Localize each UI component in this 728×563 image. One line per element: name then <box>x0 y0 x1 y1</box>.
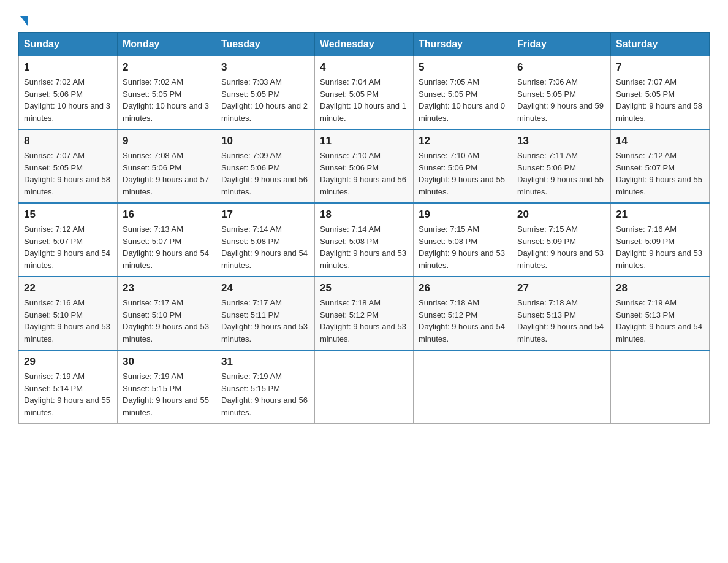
day-info: Sunrise: 7:13 AMSunset: 5:07 PMDaylight:… <box>123 223 211 271</box>
day-info: Sunrise: 7:16 AMSunset: 5:10 PMDaylight:… <box>24 297 112 345</box>
day-info: Sunrise: 7:09 AMSunset: 5:06 PMDaylight:… <box>221 150 309 197</box>
logo <box>18 12 28 26</box>
day-number: 5 <box>419 61 507 74</box>
day-number: 26 <box>419 282 507 294</box>
day-number: 3 <box>221 61 309 74</box>
day-number: 18 <box>320 209 408 221</box>
day-number: 10 <box>221 135 309 147</box>
day-number: 16 <box>123 209 211 221</box>
calendar-cell: 29Sunrise: 7:19 AMSunset: 5:14 PMDayligh… <box>19 350 118 424</box>
calendar-cell: 30Sunrise: 7:19 AMSunset: 5:15 PMDayligh… <box>118 350 216 424</box>
day-info: Sunrise: 7:03 AMSunset: 5:05 PMDaylight:… <box>221 76 309 124</box>
day-number: 6 <box>517 61 605 74</box>
day-info: Sunrise: 7:07 AMSunset: 5:05 PMDaylight:… <box>616 76 704 124</box>
calendar-week-row: 8Sunrise: 7:07 AMSunset: 5:05 PMDaylight… <box>19 129 710 203</box>
day-info: Sunrise: 7:18 AMSunset: 5:13 PMDaylight:… <box>517 297 605 345</box>
day-info: Sunrise: 7:15 AMSunset: 5:08 PMDaylight:… <box>419 223 507 271</box>
calendar-cell: 3Sunrise: 7:03 AMSunset: 5:05 PMDaylight… <box>216 56 315 130</box>
logo-arrow-icon <box>20 16 28 26</box>
calendar-cell: 2Sunrise: 7:02 AMSunset: 5:05 PMDaylight… <box>118 56 216 130</box>
day-info: Sunrise: 7:12 AMSunset: 5:07 PMDaylight:… <box>616 150 704 197</box>
day-number: 2 <box>123 61 211 74</box>
day-info: Sunrise: 7:11 AMSunset: 5:06 PMDaylight:… <box>517 150 605 197</box>
day-number: 17 <box>221 209 309 221</box>
calendar-cell <box>611 350 710 424</box>
calendar-cell: 10Sunrise: 7:09 AMSunset: 5:06 PMDayligh… <box>216 129 315 203</box>
calendar-cell: 28Sunrise: 7:19 AMSunset: 5:13 PMDayligh… <box>611 277 710 350</box>
day-number: 7 <box>616 61 704 74</box>
calendar-cell <box>512 350 611 424</box>
day-number: 30 <box>123 356 211 368</box>
day-info: Sunrise: 7:02 AMSunset: 5:05 PMDaylight:… <box>123 76 211 124</box>
day-info: Sunrise: 7:14 AMSunset: 5:08 PMDaylight:… <box>221 223 309 271</box>
day-number: 25 <box>320 282 408 294</box>
day-info: Sunrise: 7:05 AMSunset: 5:05 PMDaylight:… <box>419 76 507 124</box>
day-number: 12 <box>419 135 507 147</box>
calendar-cell: 31Sunrise: 7:19 AMSunset: 5:15 PMDayligh… <box>216 350 315 424</box>
day-info: Sunrise: 7:17 AMSunset: 5:10 PMDaylight:… <box>123 297 211 345</box>
calendar-cell: 17Sunrise: 7:14 AMSunset: 5:08 PMDayligh… <box>216 203 315 277</box>
calendar-cell: 19Sunrise: 7:15 AMSunset: 5:08 PMDayligh… <box>414 203 512 277</box>
calendar-week-row: 29Sunrise: 7:19 AMSunset: 5:14 PMDayligh… <box>19 350 710 424</box>
page-header <box>18 12 710 26</box>
calendar-cell: 9Sunrise: 7:08 AMSunset: 5:06 PMDaylight… <box>118 129 216 203</box>
weekday-header-sunday: Sunday <box>19 33 118 56</box>
day-number: 4 <box>320 61 408 74</box>
day-info: Sunrise: 7:19 AMSunset: 5:14 PMDaylight:… <box>24 370 112 418</box>
day-number: 31 <box>221 356 309 368</box>
calendar-cell: 24Sunrise: 7:17 AMSunset: 5:11 PMDayligh… <box>216 277 315 350</box>
day-number: 1 <box>24 61 112 74</box>
day-info: Sunrise: 7:18 AMSunset: 5:12 PMDaylight:… <box>419 297 507 345</box>
calendar-cell: 20Sunrise: 7:15 AMSunset: 5:09 PMDayligh… <box>512 203 611 277</box>
day-info: Sunrise: 7:10 AMSunset: 5:06 PMDaylight:… <box>320 150 408 197</box>
calendar-cell: 22Sunrise: 7:16 AMSunset: 5:10 PMDayligh… <box>19 277 118 350</box>
day-number: 13 <box>517 135 605 147</box>
calendar-week-row: 1Sunrise: 7:02 AMSunset: 5:06 PMDaylight… <box>19 56 710 130</box>
day-info: Sunrise: 7:15 AMSunset: 5:09 PMDaylight:… <box>517 223 605 271</box>
day-number: 19 <box>419 209 507 221</box>
day-info: Sunrise: 7:04 AMSunset: 5:05 PMDaylight:… <box>320 76 408 124</box>
calendar-week-row: 22Sunrise: 7:16 AMSunset: 5:10 PMDayligh… <box>19 277 710 350</box>
day-number: 24 <box>221 282 309 294</box>
day-info: Sunrise: 7:12 AMSunset: 5:07 PMDaylight:… <box>24 223 112 271</box>
calendar-cell: 4Sunrise: 7:04 AMSunset: 5:05 PMDaylight… <box>315 56 414 130</box>
day-number: 9 <box>123 135 211 147</box>
calendar-header-row: SundayMondayTuesdayWednesdayThursdayFrid… <box>19 33 710 56</box>
calendar-cell <box>315 350 414 424</box>
calendar-cell: 11Sunrise: 7:10 AMSunset: 5:06 PMDayligh… <box>315 129 414 203</box>
calendar-cell: 12Sunrise: 7:10 AMSunset: 5:06 PMDayligh… <box>414 129 512 203</box>
day-info: Sunrise: 7:07 AMSunset: 5:05 PMDaylight:… <box>24 150 112 197</box>
calendar-cell: 6Sunrise: 7:06 AMSunset: 5:05 PMDaylight… <box>512 56 611 130</box>
day-number: 11 <box>320 135 408 147</box>
calendar-cell: 8Sunrise: 7:07 AMSunset: 5:05 PMDaylight… <box>19 129 118 203</box>
day-info: Sunrise: 7:14 AMSunset: 5:08 PMDaylight:… <box>320 223 408 271</box>
calendar-cell: 15Sunrise: 7:12 AMSunset: 5:07 PMDayligh… <box>19 203 118 277</box>
day-info: Sunrise: 7:06 AMSunset: 5:05 PMDaylight:… <box>517 76 605 124</box>
weekday-header-tuesday: Tuesday <box>216 33 315 56</box>
day-info: Sunrise: 7:17 AMSunset: 5:11 PMDaylight:… <box>221 297 309 345</box>
day-number: 21 <box>616 209 704 221</box>
day-info: Sunrise: 7:16 AMSunset: 5:09 PMDaylight:… <box>616 223 704 271</box>
calendar-cell: 16Sunrise: 7:13 AMSunset: 5:07 PMDayligh… <box>118 203 216 277</box>
day-number: 20 <box>517 209 605 221</box>
weekday-header-monday: Monday <box>118 33 216 56</box>
weekday-header-friday: Friday <box>512 33 611 56</box>
day-number: 8 <box>24 135 112 147</box>
calendar-cell: 18Sunrise: 7:14 AMSunset: 5:08 PMDayligh… <box>315 203 414 277</box>
day-info: Sunrise: 7:19 AMSunset: 5:13 PMDaylight:… <box>616 297 704 345</box>
calendar-cell: 27Sunrise: 7:18 AMSunset: 5:13 PMDayligh… <box>512 277 611 350</box>
day-info: Sunrise: 7:19 AMSunset: 5:15 PMDaylight:… <box>123 370 211 418</box>
day-number: 27 <box>517 282 605 294</box>
day-number: 29 <box>24 356 112 368</box>
calendar-table: SundayMondayTuesdayWednesdayThursdayFrid… <box>18 32 710 424</box>
calendar-cell: 21Sunrise: 7:16 AMSunset: 5:09 PMDayligh… <box>611 203 710 277</box>
calendar-cell: 23Sunrise: 7:17 AMSunset: 5:10 PMDayligh… <box>118 277 216 350</box>
day-number: 28 <box>616 282 704 294</box>
weekday-header-thursday: Thursday <box>414 33 512 56</box>
day-info: Sunrise: 7:18 AMSunset: 5:12 PMDaylight:… <box>320 297 408 345</box>
calendar-cell: 1Sunrise: 7:02 AMSunset: 5:06 PMDaylight… <box>19 56 118 130</box>
day-number: 22 <box>24 282 112 294</box>
day-number: 14 <box>616 135 704 147</box>
calendar-cell <box>414 350 512 424</box>
day-number: 15 <box>24 209 112 221</box>
